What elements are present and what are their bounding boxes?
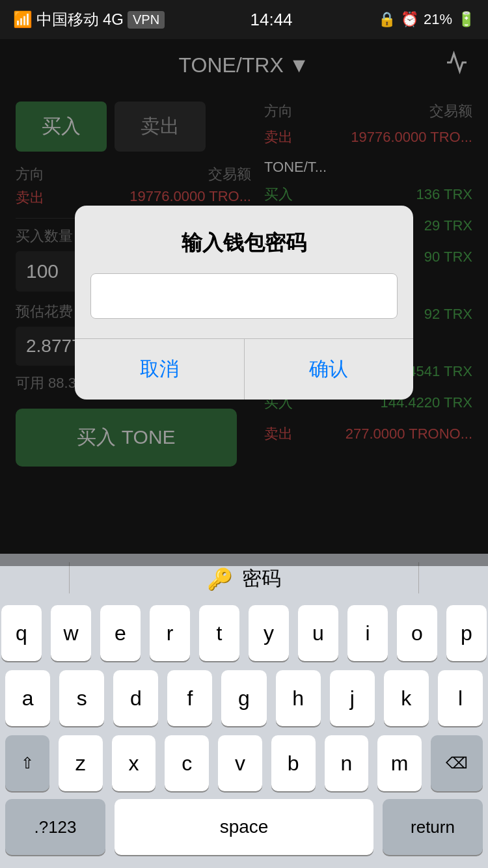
return-key[interactable]: return <box>383 799 483 855</box>
key-d[interactable]: d <box>113 670 158 726</box>
dialog-overlay: 输入钱包密码 取消 确认 <box>0 39 488 566</box>
key-row-2: a s d f g h j k l <box>5 670 483 726</box>
status-bar: 📶 中国移动 4G VPN 14:44 🔒 ⏰ 21% 🔋 <box>0 0 488 39</box>
battery-icon: 🔋 <box>457 11 475 28</box>
key-o[interactable]: o <box>397 605 437 661</box>
key-f[interactable]: f <box>167 670 212 726</box>
confirm-button[interactable]: 确认 <box>245 339 414 400</box>
shift-key[interactable]: ⇧ <box>5 735 49 791</box>
key-h[interactable]: h <box>276 670 321 726</box>
key-p[interactable]: p <box>446 605 487 661</box>
keyboard-rows: q w e r t y u i o p a s d f g h j k l ⇧ … <box>0 601 488 802</box>
keyboard-area: 🔑 密码 q w e r t y u i o p a s d f g h j k… <box>0 554 488 868</box>
key-m[interactable]: m <box>377 735 422 791</box>
key-c[interactable]: c <box>165 735 209 791</box>
status-time: 14:44 <box>251 10 293 30</box>
dialog-input-wrap <box>75 273 413 338</box>
dialog-buttons: 取消 确认 <box>75 338 413 400</box>
lock-icon: 🔒 <box>378 11 396 28</box>
key-row-3: ⇧ z x c v b n m ⌫ <box>5 735 483 791</box>
keyboard-field-label: 密码 <box>242 565 281 592</box>
key-k[interactable]: k <box>384 670 429 726</box>
key-j[interactable]: j <box>330 670 375 726</box>
key-y[interactable]: y <box>249 605 289 661</box>
cancel-button[interactable]: 取消 <box>75 339 245 400</box>
carrier-label: 中国移动 <box>36 9 99 30</box>
vpn-badge: VPN <box>128 11 165 29</box>
key-q[interactable]: q <box>1 605 42 661</box>
key-z[interactable]: z <box>59 735 103 791</box>
key-l[interactable]: l <box>438 670 483 726</box>
numeric-key[interactable]: .?123 <box>5 799 105 855</box>
wallet-password-dialog: 输入钱包密码 取消 确认 <box>75 206 413 400</box>
signal-icon: 📶 <box>13 10 33 29</box>
key-t[interactable]: t <box>199 605 239 661</box>
keyboard-bottom-row: .?123 space return <box>0 799 488 868</box>
key-v[interactable]: v <box>218 735 262 791</box>
key-w[interactable]: w <box>51 605 91 661</box>
key-b[interactable]: b <box>271 735 316 791</box>
dialog-title: 输入钱包密码 <box>75 206 413 273</box>
delete-key[interactable]: ⌫ <box>431 735 483 791</box>
network-label: 4G <box>103 10 124 29</box>
key-g[interactable]: g <box>221 670 266 726</box>
app-content: TONE/TRX ▼ 买入 卖出 方向 交易额 卖出 19776.0000 <box>0 39 488 566</box>
key-e[interactable]: e <box>100 605 141 661</box>
key-row-1: q w e r t y u i o p <box>5 605 483 661</box>
key-x[interactable]: x <box>112 735 156 791</box>
key-n[interactable]: n <box>325 735 369 791</box>
password-input[interactable] <box>90 273 398 319</box>
status-left: 📶 中国移动 4G VPN <box>13 9 165 30</box>
key-a[interactable]: a <box>5 670 50 726</box>
key-s[interactable]: s <box>59 670 104 726</box>
alarm-icon: ⏰ <box>401 11 418 28</box>
battery-label: 21% <box>424 11 452 28</box>
status-right: 🔒 ⏰ 21% 🔋 <box>378 11 475 28</box>
key-icon: 🔑 <box>207 567 233 591</box>
key-u[interactable]: u <box>298 605 338 661</box>
space-key[interactable]: space <box>115 799 373 855</box>
key-r[interactable]: r <box>150 605 190 661</box>
key-i[interactable]: i <box>347 605 388 661</box>
